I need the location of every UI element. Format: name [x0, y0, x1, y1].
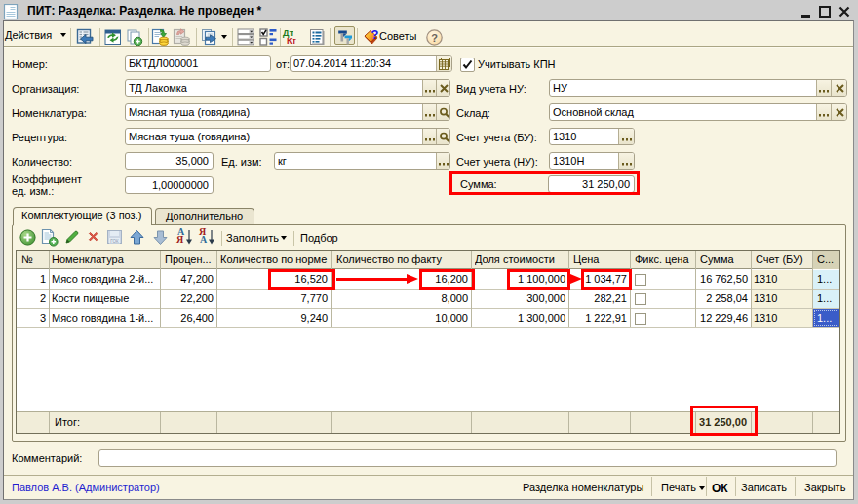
svg-text:ГОК: ГОК — [110, 239, 119, 244]
svg-text:?: ? — [431, 32, 438, 44]
svg-text:?: ? — [371, 28, 379, 42]
